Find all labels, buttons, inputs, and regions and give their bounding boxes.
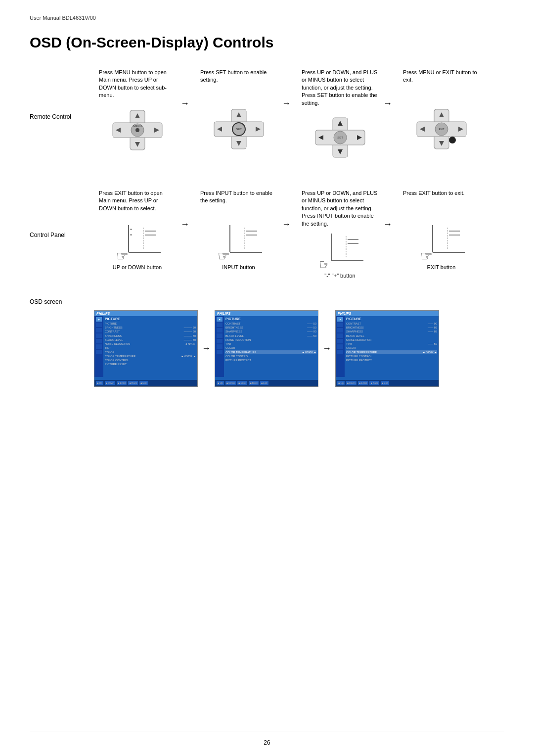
osd-sidebar-item-6: [96, 344, 102, 349]
osd-sidebar-item-3-2: [337, 323, 343, 327]
osd-brand-3: PHILIPS: [336, 311, 439, 316]
panel-steps-row: Press EXIT button to open Main menu. Pre…: [94, 189, 504, 279]
osd-menu-items-2: CONTRAST—— 50 BRIGHTNESS—— 50 SHARPNESS—…: [225, 322, 316, 363]
remote-step-4: Press MENU or EXIT button to exit. EXIT: [398, 69, 485, 154]
panel-step-2-desc: Press INPUT button to enable the setting…: [200, 189, 277, 219]
panel-step-4-desc: Press EXIT button to exit.: [403, 189, 480, 219]
bottom-divider: [30, 731, 504, 731]
panel-step-4-image: ☞ EXIT button: [418, 225, 465, 270]
panel-step-1: Press EXIT button to open Main menu. Pre…: [94, 189, 180, 270]
svg-text:☞: ☞: [218, 248, 230, 262]
osd-menu-title-3: PICTURE: [346, 317, 437, 321]
panel-step-2: Press INPUT button to enable the setting…: [195, 189, 282, 270]
osd-sidebar-item-2-3: [217, 328, 222, 332]
panel-step-4: Press EXIT button to exit. ☞ EXIT button: [398, 189, 485, 270]
panel-step-2-image: ☞ INPUT button: [215, 225, 262, 270]
svg-text:SET: SET: [337, 136, 343, 139]
osd-screen-1: PHILIPS ▶ PICTURE PI: [94, 310, 198, 387]
osd-menu-items-3: CONTRAST—— 90 BRIGHTNESS—— 86 SHARPNESS—…: [346, 322, 437, 363]
page-number: 26: [264, 739, 270, 746]
osd-screen-section: OSD screen PHILIPS ▶: [30, 298, 504, 387]
osd-screen-label: OSD screen: [30, 298, 504, 305]
panel-arrow-2: →: [282, 189, 297, 230]
page-title: OSD (On-Screen-Display) Controls: [30, 34, 504, 51]
remote-icon-4: EXIT: [412, 104, 471, 154]
svg-point-33: [449, 137, 456, 143]
osd-sidebar-item-2: [96, 323, 102, 327]
remote-step-2: Press SET button to enable setting. SET: [195, 69, 282, 154]
remote-icon-3: SET: [311, 113, 370, 162]
panel-step-3-desc: Press UP or DOWN, and PLUS or MINUS butt…: [302, 189, 378, 228]
osd-screens-row: PHILIPS ▶ PICTURE PI: [94, 310, 504, 387]
osd-menu-title-2: PICTURE: [225, 317, 316, 321]
panel-diagram-3: ☞: [316, 234, 363, 271]
remote-arrow-2: →: [282, 69, 297, 109]
osd-bottom-bar-3: ■ Up ■ Down ■ Enter ■ Back ■ Exit: [336, 380, 439, 386]
svg-text:▼: ▼: [130, 234, 133, 236]
osd-screen-2: PHILIPS ▶ PICTURE CO: [215, 310, 318, 387]
remote-step-1-desc: Press MENU button to open Main menu. Pre…: [99, 69, 176, 99]
svg-text:☞: ☞: [116, 248, 129, 262]
svg-text:☞: ☞: [420, 248, 433, 262]
control-panel-label: Control Panel: [30, 232, 66, 238]
osd-arrow-2: →: [318, 343, 335, 354]
control-panel-section: Control Panel Press EXIT button to open …: [30, 189, 504, 279]
svg-text:☞: ☞: [319, 257, 331, 271]
osd-sidebar-item-3-1: ▶: [337, 317, 343, 322]
panel-step-4-label: EXIT button: [427, 264, 456, 270]
panel-arrow-3: →: [383, 189, 398, 230]
panel-diagram-1: ☞ ▲ ▼: [114, 225, 161, 262]
panel-step-1-image: ☞ ▲ ▼ UP or DOWN button: [113, 225, 162, 270]
page: User Manual BDL4631V/00 OSD (On-Screen-D…: [0, 0, 534, 756]
svg-text:EXIT: EXIT: [439, 128, 444, 131]
osd-sidebar-item-7: [96, 350, 102, 354]
osd-sidebar-item-3-7: [337, 350, 343, 354]
panel-step-3: Press UP or DOWN, and PLUS or MINUS butt…: [297, 189, 383, 279]
remote-step-3-desc: Press UP or DOWN, and PLUS or MINUS butt…: [302, 69, 378, 107]
osd-sidebar-item-2-6: [217, 344, 222, 349]
remote-step-1: Press MENU button to open Main menu. Pre…: [94, 69, 180, 155]
osd-sidebar-item-3-6: [337, 344, 343, 349]
panel-diagram-4: ☞: [418, 225, 465, 262]
remote-icon-1: MENU: [108, 105, 167, 155]
remote-step-3: Press UP or DOWN, and PLUS or MINUS butt…: [297, 69, 383, 162]
panel-step-3-image: ☞ "-" "+" button: [316, 234, 363, 279]
remote-control-label: Remote Control: [30, 113, 84, 120]
remote-steps-row: Press MENU button to open Main menu. Pre…: [94, 69, 504, 162]
osd-bottom-bar-2: ■ Up ■ Down ■ Enter ■ Back ■ Exit: [215, 380, 318, 386]
osd-brand-1: PHILIPS: [94, 311, 197, 316]
remote-arrow-1: →: [180, 69, 195, 109]
osd-menu-title-1: PICTURE: [105, 317, 196, 321]
osd-sidebar-item-4: [96, 333, 102, 338]
remote-arrow-3: →: [383, 69, 398, 109]
header-bar: User Manual BDL4631V/00: [30, 15, 504, 24]
osd-sidebar-item-2-1: ▶: [217, 317, 222, 322]
remote-control-section: Remote Control Press MENU button to open…: [30, 69, 504, 162]
osd-sidebar-item-3-5: [337, 339, 343, 343]
remote-icon-2: SET: [209, 104, 268, 154]
osd-bottom-bar-1: ■ Up ■ Down ■ Enter ■ Back ■ Exit: [94, 380, 197, 386]
osd-sidebar-item-5: [96, 339, 102, 343]
remote-step-4-desc: Press MENU or EXIT button to exit.: [403, 69, 480, 98]
osd-screen-3: PHILIPS ▶ PICTURE CO: [335, 310, 439, 387]
osd-sidebar-item-2-2: [217, 323, 222, 327]
panel-diagram-2: ☞: [215, 225, 262, 262]
panel-step-3-label: "-" "+" button: [324, 273, 355, 279]
manual-title: User Manual BDL4631V/00: [30, 15, 96, 21]
osd-sidebar-item-2-5: [217, 339, 222, 343]
panel-step-2-label: INPUT button: [222, 264, 255, 270]
svg-text:MENU: MENU: [133, 125, 142, 128]
osd-sidebar-item-2-4: [217, 333, 222, 338]
osd-sidebar-item-3-3: [337, 328, 343, 332]
osd-sidebar-item-2-7: [217, 350, 222, 354]
panel-step-1-desc: Press EXIT button to open Main menu. Pre…: [99, 189, 176, 219]
osd-sidebar-item-3-4: [337, 333, 343, 338]
osd-sidebar-item-1: ▶: [96, 317, 102, 322]
osd-arrow-1: →: [198, 343, 215, 354]
panel-step-1-label: UP or DOWN button: [113, 264, 162, 270]
osd-menu-items-1: PICTURE BRIGHTNESS——— 50 CONTRAST——— 50 …: [105, 322, 196, 367]
panel-arrow-1: →: [180, 189, 195, 230]
svg-text:▲: ▲: [130, 228, 133, 231]
osd-sidebar-item-3: [96, 328, 102, 332]
svg-point-7: [135, 128, 139, 132]
